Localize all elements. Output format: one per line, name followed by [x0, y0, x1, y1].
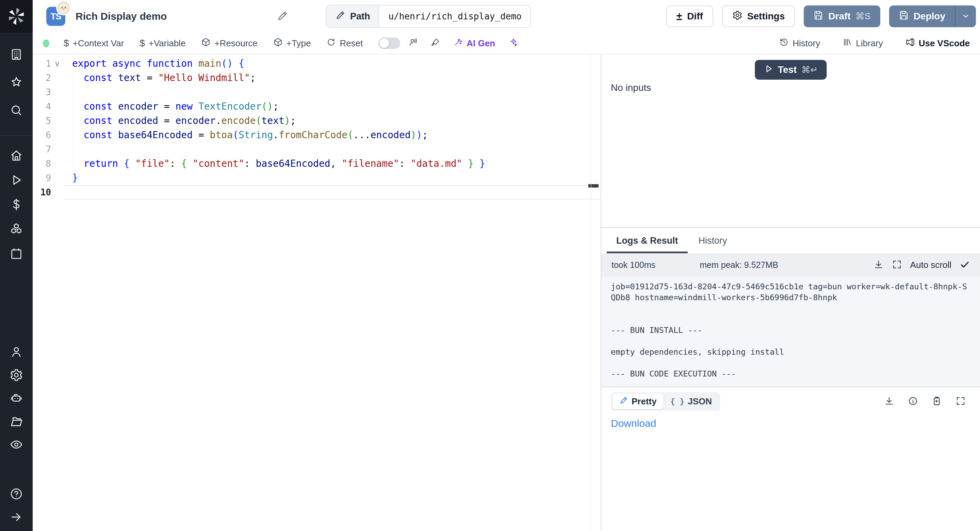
home-icon[interactable] — [10, 149, 23, 163]
audit-eye-icon[interactable] — [10, 438, 23, 451]
code-line[interactable]: const encoded = encoder.encode(text); — [63, 114, 601, 128]
braces-icon: { } — [670, 397, 685, 406]
auto-scroll-checkbox[interactable] — [959, 259, 970, 271]
add-variable-button[interactable]: $ +Variable — [140, 38, 185, 49]
maximize-icon — [892, 259, 902, 271]
duration-label: took 100ms — [611, 260, 655, 270]
result-download-link[interactable]: Download — [611, 418, 656, 429]
add-resource-button[interactable]: +Resource — [201, 37, 257, 49]
line-number: 6 — [33, 128, 51, 142]
line-number: 7 — [33, 142, 51, 156]
sparkles-button[interactable] — [509, 37, 518, 49]
code-editor[interactable]: 1∨export async function main() {2 const … — [33, 54, 601, 531]
fold-spacer — [51, 142, 63, 156]
search-icon[interactable] — [10, 104, 23, 117]
use-vscode-button[interactable]: Use VScode — [905, 37, 970, 49]
history-button[interactable]: History — [779, 37, 820, 49]
add-type-button[interactable]: +Type — [273, 37, 311, 49]
reset-button[interactable]: Reset — [326, 37, 363, 49]
pen-icon — [619, 396, 628, 407]
settings-gear-icon[interactable] — [10, 368, 23, 382]
expand-logs-button[interactable] — [892, 259, 902, 271]
code-line[interactable] — [63, 142, 601, 156]
save-draft-button[interactable]: Draft ⌘S — [804, 5, 880, 27]
check-icon — [959, 259, 970, 271]
brush-icon — [431, 37, 440, 49]
fold-spacer — [51, 128, 63, 142]
script-path-value[interactable]: u/henri/rich_display_demo — [379, 5, 530, 27]
draft-shortcut: ⌘S — [856, 11, 871, 22]
code-line[interactable]: return { "file": { "content": base64Enco… — [63, 156, 601, 171]
test-button[interactable]: Test ⌘↵ — [755, 60, 827, 80]
tab-logs-result[interactable]: Logs & Result — [606, 228, 688, 253]
save-icon — [813, 10, 824, 23]
download-icon — [873, 259, 884, 271]
editor-line-row: 4 const encoder = new TextEncoder(); — [33, 99, 601, 114]
edit-path-button[interactable]: Path — [326, 5, 380, 27]
workspace-building-icon[interactable] — [10, 48, 23, 61]
code-line[interactable]: } — [63, 171, 601, 185]
favorites-star-icon[interactable] — [10, 76, 23, 89]
workers-robot-icon[interactable] — [10, 391, 23, 405]
run-meta-bar: took 100ms mem peak: 9.527MB Auto scroll — [601, 253, 980, 276]
tab-history[interactable]: History — [688, 228, 737, 253]
code-line[interactable] — [63, 185, 601, 199]
fold-spacer — [51, 185, 63, 199]
package-icon — [273, 37, 283, 49]
code-line[interactable]: const text = "Hello Windmill"; — [63, 71, 601, 85]
download-icon — [884, 396, 894, 407]
windmill-logo[interactable] — [0, 0, 33, 33]
runs-play-icon[interactable] — [10, 173, 23, 187]
resources-cubes-icon[interactable] — [10, 222, 23, 236]
folders-icon[interactable] — [10, 415, 23, 428]
expand-sidebar-arrow-icon[interactable] — [10, 510, 23, 524]
deploy-options-button[interactable] — [955, 5, 976, 27]
test-shortcut: ⌘↵ — [801, 65, 818, 75]
variables-dollar-icon[interactable] — [10, 198, 23, 211]
deploy-button[interactable]: Deploy — [889, 5, 955, 27]
multiplayer-toggle[interactable] — [379, 37, 400, 49]
format-brush-button[interactable] — [431, 37, 440, 49]
top-bar: TS Rich Display demo Path u/henri/rich_d… — [33, 0, 980, 33]
fold-chevron-icon[interactable]: ∨ — [51, 56, 63, 71]
fold-spacer — [51, 85, 63, 99]
copy-result-button[interactable] — [932, 396, 942, 407]
language-badge: TS — [46, 7, 65, 26]
users-person-icon[interactable] — [10, 345, 23, 359]
mem-peak-label: mem peak: 9.527MB — [700, 260, 778, 270]
ai-gen-button[interactable]: AI Gen — [453, 37, 495, 49]
editor-toolbar: $ +Context Var $ +Variable +Resource +Ty… — [33, 33, 980, 54]
edit-title-button[interactable] — [277, 10, 288, 23]
download-result-button[interactable] — [884, 396, 894, 407]
view-json-button[interactable]: { } JSON — [663, 394, 719, 409]
sidebar-divider — [0, 136, 33, 136]
clipboard-icon — [932, 396, 942, 407]
result-view-switcher: Pretty { } JSON — [611, 392, 721, 411]
settings-button[interactable]: Settings — [722, 5, 795, 27]
download-logs-button[interactable] — [873, 259, 884, 271]
code-line[interactable]: const encoder = new TextEncoder(); — [63, 99, 601, 114]
save-icon — [899, 10, 909, 23]
code-line[interactable]: export async function main() { — [63, 56, 601, 71]
sidebar — [0, 0, 33, 531]
editor-line-row: 5 const encoded = encoder.encode(text); — [33, 114, 601, 128]
library-button[interactable]: Library — [843, 37, 883, 49]
overview-ruler — [591, 54, 592, 531]
code-line[interactable]: const base64Encoded = btoa(String.fromCh… — [63, 128, 601, 142]
code-line[interactable] — [63, 85, 601, 99]
collaborators-button[interactable] — [408, 37, 418, 49]
windmill-script-editor: TS Rich Display demo Path u/henri/rich_d… — [0, 0, 980, 531]
dollar-icon: $ — [64, 38, 69, 49]
editor-line-row: 6 const base64Encoded = btoa(String.from… — [33, 128, 601, 142]
schedules-calendar-icon[interactable] — [10, 247, 23, 260]
help-question-icon[interactable] — [10, 487, 23, 501]
expand-result-button[interactable] — [956, 396, 966, 407]
view-pretty-button[interactable]: Pretty — [612, 394, 663, 409]
history-clock-icon — [779, 37, 789, 49]
play-icon — [764, 64, 773, 76]
result-info-button[interactable] — [908, 396, 918, 407]
editor-line-row: 7 — [33, 142, 601, 156]
diff-button[interactable]: ± Diff — [666, 5, 713, 27]
add-context-var-button[interactable]: $ +Context Var — [64, 38, 124, 49]
line-number: 8 — [33, 156, 51, 171]
